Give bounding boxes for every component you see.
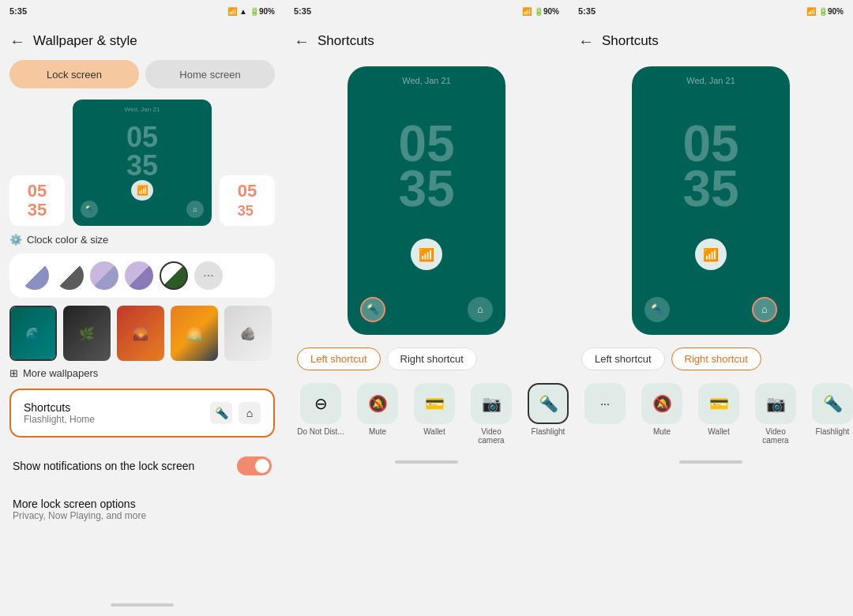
preview-side-right: 0535 (220, 175, 275, 226)
shortcut-item-videocam-3[interactable]: 📷 Video camera (752, 383, 799, 445)
tab-right-shortcut-2[interactable]: Right shortcut (387, 347, 477, 370)
notifications-toggle[interactable] (237, 456, 272, 475)
home-indicator-2 (395, 460, 458, 464)
shortcut-label-mute-3: Mute (653, 427, 671, 436)
tab-right-shortcut-3[interactable]: Right shortcut (671, 347, 761, 370)
wallpaper-thumbs: 🌊 🌿 🌄 🌅 🪨 (9, 306, 275, 361)
battery-icon-2: 🔋90% (534, 7, 559, 16)
wallpaper-thumb-3[interactable]: 🌄 (117, 306, 164, 361)
top-bar-1: ← Wallpaper & style (0, 22, 284, 60)
top-bar-2: ← Shortcuts (284, 22, 569, 60)
back-button-3[interactable]: ← (578, 32, 594, 51)
panel1-content: Lock screen Home screen 0535 Wed, Jan 21… (0, 60, 284, 594)
notifications-label: Show notifications on the lock screen (13, 460, 194, 472)
battery-icon: 🔋90% (250, 7, 275, 16)
shortcut-item-mute[interactable]: 🔕 Mute (354, 383, 401, 445)
bottom-bar-2 (284, 451, 569, 473)
phone-left-shortcut-2: 🔦 (360, 297, 385, 322)
thumb-bg-4: 🌅 (171, 306, 218, 361)
wallpaper-thumb-4[interactable]: 🌅 (171, 306, 218, 361)
wallpaper-thumb-5[interactable]: 🪨 (224, 306, 272, 361)
swatch-3[interactable] (90, 261, 118, 290)
status-icons-1: 📶 ▲ 🔋90% (227, 7, 275, 16)
shortcut-item-mute-3[interactable]: 🔕 Mute (638, 383, 686, 445)
thumb-bg-1: 🌊 (11, 307, 55, 359)
tab-lock-screen[interactable]: Lock screen (9, 60, 139, 88)
panel-wallpaper-style: 5:35 📶 ▲ 🔋90% ← Wallpaper & style Lock s… (0, 0, 284, 616)
more-options-subtitle: Privacy, Now Playing, and more (13, 510, 272, 521)
phone-right-shortcut-2: ⌂ (468, 297, 493, 322)
shortcut-item-ellipsis[interactable]: ··· (581, 383, 629, 445)
shortcut-tabs-3: Left shortcut Right shortcut (569, 341, 853, 377)
status-bar-2: 5:35 📶 🔋90% (284, 0, 569, 22)
preview-time-right: 0535 (238, 182, 257, 220)
status-icons-3: 📶 🔋90% (806, 7, 844, 16)
more-options[interactable]: More lock screen options Privacy, Now Pl… (9, 494, 275, 524)
home-indicator-1 (111, 603, 174, 607)
phone-preview-2: Wed, Jan 21 0535 📶 🔦 ⌂ (348, 66, 505, 335)
more-options-title: More lock screen options (13, 498, 272, 510)
shortcuts-title: Shortcuts (24, 401, 95, 414)
swatch-2[interactable] (55, 261, 84, 290)
shortcut-icon-flashlight: 🔦 (528, 383, 569, 424)
shortcut-label-videocam: Video camera (468, 427, 515, 445)
wallpaper-thumb-2[interactable]: 🌿 (63, 306, 111, 361)
top-bar-3: ← Shortcuts (569, 22, 853, 60)
preview-icon-right: ⌂ (186, 201, 204, 218)
tab-left-shortcut-2[interactable]: Left shortcut (297, 347, 381, 370)
status-time-1: 5:35 (9, 6, 27, 16)
shortcut-icon-flashlight-3: 🔦 (812, 383, 853, 424)
more-swatches-button[interactable]: ··· (194, 261, 223, 290)
shortcut-icon-mute-3: 🔕 (641, 383, 682, 424)
shortcut-icon-donotdist: ⊖ (300, 383, 341, 424)
swatch-4[interactable] (125, 261, 153, 290)
thumb-bg-5: 🪨 (224, 306, 272, 361)
shortcuts-section[interactable]: Shortcuts Flashlight, Home 🔦 ⌂ (9, 389, 275, 438)
signal-icon: ▲ (239, 7, 247, 16)
battery-icon-3: 🔋90% (818, 7, 844, 16)
back-button-1[interactable]: ← (9, 32, 25, 51)
wifi-icon-2: 📶 (522, 7, 532, 16)
shortcut-item-videocam[interactable]: 📷 Video camera (468, 383, 515, 445)
tab-left-shortcut-3[interactable]: Left shortcut (581, 347, 665, 370)
tab-home-screen[interactable]: Home screen (145, 60, 275, 88)
notifications-row: Show notifications on the lock screen (9, 447, 275, 485)
tab-row: Lock screen Home screen (9, 60, 275, 88)
phone-fingerprint-icon-2: 📶 (411, 239, 442, 270)
phone-time-2: 0535 (398, 122, 454, 212)
clock-color-button[interactable]: ⚙️ Clock color & size (9, 234, 108, 246)
shortcuts-text: Shortcuts Flashlight, Home (24, 401, 95, 425)
shortcut-label-flashlight: Flashlight (532, 427, 566, 436)
swatch-1[interactable] (21, 261, 49, 290)
panel-shortcuts-left: 5:35 📶 🔋90% ← Shortcuts Wed, Jan 21 0535… (284, 0, 569, 616)
wifi-icon-3: 📶 (806, 7, 816, 16)
preview-center-time: 0535 (126, 123, 158, 180)
more-wallpapers-button[interactable]: ⊞ More wallpapers (9, 367, 98, 379)
phone-bottom-icons-3: 🔦 ⌂ (632, 297, 790, 322)
preview-time-left: 0535 (28, 182, 47, 220)
preview-center: Wed, Jan 21 0535 📶 🔦 ⌂ (73, 100, 212, 226)
shortcut-item-wallet-3[interactable]: 💳 Wallet (695, 383, 742, 445)
shortcut-label-donotdist: Do Not Dist... (297, 427, 344, 436)
shortcut-item-flashlight[interactable]: 🔦 Flashlight (524, 383, 569, 445)
status-time-2: 5:35 (294, 6, 311, 16)
status-time-3: 5:35 (578, 6, 596, 16)
shortcut-label-wallet: Wallet (423, 427, 445, 436)
shortcut-icon-wallet: 💳 (414, 383, 455, 424)
shortcut-item-wallet[interactable]: 💳 Wallet (411, 383, 458, 445)
page-title-3: Shortcuts (602, 33, 659, 49)
swatch-5-selected[interactable] (160, 261, 188, 290)
shortcut-label-videocam-3: Video camera (752, 427, 799, 445)
wallpaper-thumb-1[interactable]: 🌊 (9, 306, 57, 361)
gear-icon: ⚙️ (9, 234, 22, 246)
phone-preview-3: Wed, Jan 21 0535 📶 🔦 ⌂ (632, 66, 790, 335)
bottom-bar-3 (569, 451, 853, 473)
flashlight-shortcut-icon: 🔦 (210, 402, 232, 424)
back-button-2[interactable]: ← (294, 32, 310, 51)
phone-date-3: Wed, Jan 21 (686, 76, 735, 85)
thumb-bg-3: 🌄 (117, 306, 164, 361)
phone-bottom-icons-2: 🔦 ⌂ (348, 297, 505, 322)
shortcut-item-flashlight-3[interactable]: 🔦 Flashlight (809, 383, 853, 445)
thumb-bg-2: 🌿 (63, 306, 111, 361)
shortcut-item-donotdist[interactable]: ⊖ Do Not Dist... (297, 383, 344, 445)
